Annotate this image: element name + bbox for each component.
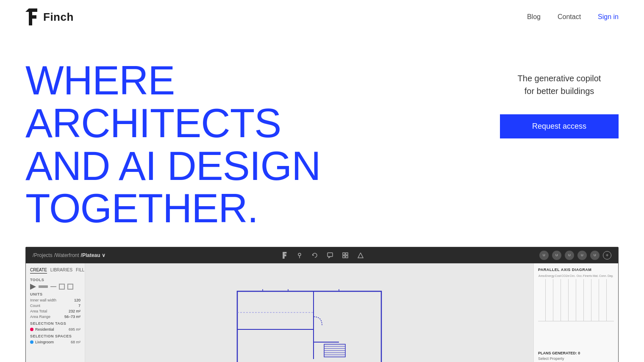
unit-count: Count 7 bbox=[30, 304, 80, 308]
user-avatar-1: U bbox=[539, 251, 549, 260]
svg-rect-4 bbox=[346, 253, 348, 255]
app-sidebar: CREATE LIBRARIES FILL TOOLS UNITS Inner … bbox=[26, 263, 85, 362]
chart-label-fin: Finerts bbox=[583, 274, 592, 277]
unit-area-total: Area Total 232 m² bbox=[30, 309, 80, 313]
chart-col-9 bbox=[599, 279, 607, 321]
headline-line3: TOGETHER. bbox=[25, 185, 258, 231]
topbar-rotate-icon[interactable] bbox=[311, 251, 319, 259]
hero-headline: WHERE ARCHITECTS AND AI DESIGN TOGETHER. bbox=[25, 59, 407, 230]
topbar-chat-icon[interactable] bbox=[326, 251, 334, 259]
chart-label-circ: Circ. bbox=[569, 274, 576, 277]
chart-label-occ: Occ. bbox=[576, 274, 583, 277]
tag-residential: Residential 695 m² bbox=[30, 327, 80, 332]
nav-contact[interactable]: Contact bbox=[558, 13, 581, 21]
chart-title: PARALLEL AXIS DIAGRAM bbox=[538, 268, 614, 272]
user-avatar-3: U bbox=[565, 251, 574, 260]
user-avatar-4: U bbox=[577, 251, 587, 260]
logo-text: Finch bbox=[43, 11, 74, 24]
navbar: Finch Blog Contact Sign in bbox=[0, 0, 644, 34]
selection-tags-label: SELECTION TAGS bbox=[30, 321, 80, 326]
chart-label-cost: Cost bbox=[555, 274, 561, 277]
svg-rect-2 bbox=[328, 253, 333, 257]
app-right-panel: PARALLEL AXIS DIAGRAM Area Energy Cost C… bbox=[533, 263, 618, 362]
panel-bottom: PLANS GENERATED: 0 Select Property bbox=[538, 326, 614, 361]
chart-labels: Area Energy Cost CO2e Circ. Occ. Finerts… bbox=[538, 274, 614, 277]
chart-label-energy: Energy bbox=[545, 274, 554, 277]
chart-label-day: Day. bbox=[607, 274, 614, 277]
logo-icon bbox=[25, 8, 39, 25]
unit-inner-wall-width: Inner wall width 120 bbox=[30, 298, 80, 302]
chart-label-con: Conn. bbox=[599, 274, 607, 277]
hero-tagline: The generative copilot for better buildi… bbox=[518, 72, 601, 97]
svg-point-0 bbox=[298, 253, 301, 256]
topbar-triangle-icon[interactable] bbox=[357, 251, 364, 259]
sidebar-tabs: CREATE LIBRARIES FILL bbox=[30, 268, 80, 274]
headline-line1: WHERE ARCHITECTS bbox=[25, 58, 281, 146]
space-livingroom: Livingroom 68 m² bbox=[30, 340, 80, 344]
user-avatar-5: U bbox=[590, 251, 600, 260]
logo[interactable]: Finch bbox=[25, 8, 74, 25]
app-breadcrumb: /Projects /Waterfront /Plateau ∨ bbox=[33, 252, 105, 258]
topbar-center bbox=[114, 251, 531, 259]
tool-dash-icon[interactable] bbox=[50, 286, 56, 287]
svg-rect-6 bbox=[346, 256, 348, 258]
breadcrumb-part1: /Projects bbox=[33, 252, 53, 258]
breadcrumb-part3[interactable]: /Plateau ∨ bbox=[81, 252, 105, 258]
parallel-axis-chart bbox=[538, 279, 614, 321]
chart-col-2 bbox=[546, 279, 553, 321]
topbar-pin-icon[interactable] bbox=[296, 251, 303, 259]
request-access-button[interactable]: Request access bbox=[500, 114, 619, 138]
nav-signin[interactable]: Sign in bbox=[598, 13, 619, 21]
tool-grid-icon[interactable] bbox=[67, 284, 73, 290]
unit-area-range: Area Range 56–73 m² bbox=[30, 315, 80, 319]
hero-left: WHERE ARCHITECTS AND AI DESIGN TOGETHER. bbox=[25, 59, 483, 230]
topbar-finch-icon bbox=[280, 251, 288, 259]
hero-section: WHERE ARCHITECTS AND AI DESIGN TOGETHER.… bbox=[0, 34, 644, 247]
selection-spaces-label: SELECTION SPACES bbox=[30, 334, 80, 338]
tools-label: TOOLS bbox=[30, 278, 80, 282]
headline-line2: AND AI DESIGN bbox=[25, 143, 321, 188]
chart-col-3 bbox=[553, 279, 561, 321]
app-canvas bbox=[85, 263, 533, 362]
tool-line-icon[interactable] bbox=[39, 285, 48, 288]
tool-rect-icon[interactable] bbox=[59, 284, 65, 290]
tools-row bbox=[30, 284, 80, 290]
svg-rect-5 bbox=[343, 256, 345, 258]
add-user-button[interactable]: + bbox=[603, 251, 611, 260]
chart-label-area: Area bbox=[538, 274, 545, 277]
app-body: CREATE LIBRARIES FILL TOOLS UNITS Inner … bbox=[26, 263, 618, 362]
topbar-right: U U U U U + bbox=[539, 251, 611, 260]
chart-col-6 bbox=[576, 279, 584, 321]
select-property-label[interactable]: Select Property bbox=[538, 356, 614, 361]
chart-col-4 bbox=[561, 279, 569, 321]
tag-dot-livingroom bbox=[30, 340, 33, 344]
nav-blog[interactable]: Blog bbox=[527, 13, 541, 21]
topbar-grid-icon[interactable] bbox=[341, 251, 349, 259]
chart-label-mat: Mat. bbox=[592, 274, 599, 277]
nav-links: Blog Contact Sign in bbox=[527, 13, 619, 21]
chart-col-1 bbox=[538, 279, 546, 321]
sidebar-tab-create[interactable]: CREATE bbox=[30, 268, 47, 274]
chart-col-7 bbox=[584, 279, 591, 321]
units-label: UNITS bbox=[30, 292, 80, 296]
sidebar-tab-libraries[interactable]: LIBRARIES bbox=[50, 268, 72, 274]
app-topbar: /Projects /Waterfront /Plateau ∨ bbox=[26, 247, 618, 263]
breadcrumb-part2: /Waterfront bbox=[54, 252, 79, 258]
tool-select-icon[interactable] bbox=[30, 284, 36, 290]
chart-col-10 bbox=[607, 279, 614, 321]
svg-rect-3 bbox=[343, 253, 345, 255]
user-avatar-2: U bbox=[552, 251, 561, 260]
sidebar-tab-fill[interactable]: FILL bbox=[76, 268, 84, 274]
chart-label-co2: CO2e bbox=[561, 274, 569, 277]
plans-generated-label: PLANS GENERATED: 0 bbox=[538, 351, 614, 355]
svg-rect-7 bbox=[237, 291, 381, 362]
chart-col-8 bbox=[591, 279, 599, 321]
tag-dot-residential bbox=[30, 328, 33, 331]
hero-right: The generative copilot for better buildi… bbox=[483, 59, 619, 138]
app-screenshot: /Projects /Waterfront /Plateau ∨ bbox=[25, 247, 619, 362]
chart-col-5 bbox=[569, 279, 576, 321]
floor-plan bbox=[229, 283, 390, 362]
